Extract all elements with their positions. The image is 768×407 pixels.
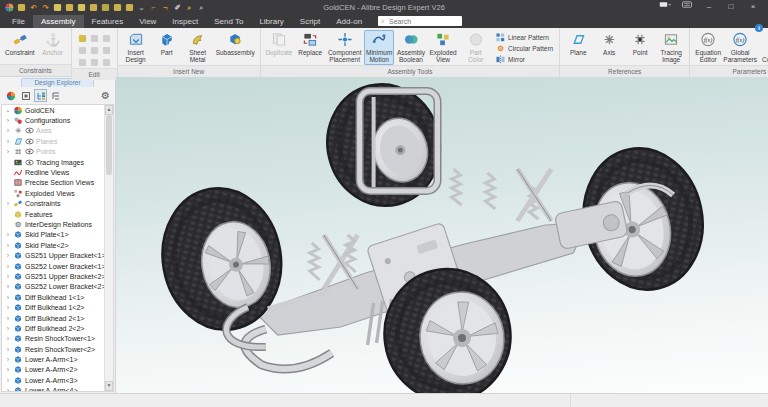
new-configuration-button[interactable]: New Configuration bbox=[757, 30, 768, 65]
expander-closed-icon[interactable]: › bbox=[5, 325, 11, 332]
expander-closed-icon[interactable]: › bbox=[5, 356, 11, 363]
menu-assembly[interactable]: Assembly bbox=[33, 15, 84, 28]
expander-closed-icon[interactable]: › bbox=[5, 304, 11, 311]
expander-closed-icon[interactable]: › bbox=[5, 346, 11, 353]
help-icon[interactable]: i bbox=[755, 24, 763, 32]
tree-item[interactable]: ›Lower A-Arm<2> bbox=[2, 365, 105, 375]
open-pack-icon[interactable] bbox=[101, 3, 110, 12]
expander-closed-icon[interactable]: › bbox=[5, 231, 11, 238]
zoom-search-icon[interactable]: ⌕ bbox=[197, 3, 206, 12]
menu-view[interactable]: View bbox=[131, 15, 164, 28]
ribbon-collapse-icon[interactable]: ^ bbox=[761, 68, 764, 75]
edit-tool-4-icon[interactable] bbox=[77, 45, 88, 56]
appearance-sphere-icon[interactable] bbox=[5, 90, 16, 101]
expander-closed-icon[interactable]: › bbox=[5, 200, 11, 207]
reference-box-icon[interactable] bbox=[20, 90, 31, 101]
menu-inspect[interactable]: Inspect bbox=[164, 15, 206, 28]
search-box[interactable]: ⌕ bbox=[378, 16, 462, 26]
constraint-button[interactable]: Constraint bbox=[3, 30, 37, 57]
tree-item[interactable]: ›Points bbox=[2, 147, 105, 157]
gear-icon[interactable]: ⚙ bbox=[101, 90, 110, 101]
tree-scrollbar[interactable]: ▲ ▼ bbox=[104, 105, 113, 391]
search-input[interactable] bbox=[387, 17, 459, 26]
expander-closed-icon[interactable]: › bbox=[5, 148, 11, 155]
assembly-boolean-button[interactable]: Assembly Boolean bbox=[395, 30, 427, 65]
eye-icon[interactable] bbox=[25, 148, 34, 155]
model-viewport[interactable] bbox=[116, 77, 768, 393]
circular-pattern-button[interactable]: ⚙Circular Pattern bbox=[496, 44, 553, 53]
eye-icon[interactable] bbox=[25, 159, 34, 166]
tree-item[interactable]: ›Resin ShockTower<1> bbox=[2, 334, 105, 344]
edit-tool-8-icon[interactable] bbox=[89, 57, 100, 68]
edit-tool-5-icon[interactable] bbox=[89, 45, 100, 56]
app-logo-icon[interactable] bbox=[5, 3, 14, 12]
expander-closed-icon[interactable]: › bbox=[5, 283, 11, 290]
open-doc-icon[interactable] bbox=[89, 3, 98, 12]
tree-view-icon[interactable] bbox=[35, 90, 46, 101]
edit-tool-7-icon[interactable] bbox=[77, 57, 88, 68]
menu-features[interactable]: Features bbox=[84, 15, 132, 28]
tree-item[interactable]: ›Skid Plate<2> bbox=[2, 240, 105, 250]
expander-closed-icon[interactable]: › bbox=[5, 315, 11, 322]
menu-add-on[interactable]: Add-on bbox=[328, 15, 370, 28]
exploded-view-button[interactable]: Exploded View bbox=[428, 30, 459, 65]
expander-open-icon[interactable]: ⌄ bbox=[5, 106, 11, 114]
menu-file[interactable]: File bbox=[4, 15, 33, 28]
expander-closed-icon[interactable]: › bbox=[5, 377, 11, 384]
edit-tool-2-icon[interactable] bbox=[89, 33, 100, 44]
new-assembly-icon[interactable] bbox=[65, 3, 74, 12]
measure-icon[interactable]: ✐ bbox=[173, 3, 182, 12]
new-part-icon[interactable] bbox=[53, 3, 62, 12]
minimum-motion-button[interactable]: Minimum Motion bbox=[364, 30, 394, 65]
menu-script[interactable]: Script bbox=[292, 15, 328, 28]
recent-dropdown-icon[interactable]: ⌄ bbox=[137, 3, 146, 12]
duplicate-button[interactable]: Duplicate bbox=[264, 30, 295, 57]
import-doc-icon[interactable] bbox=[113, 3, 122, 12]
expander-closed-icon[interactable]: › bbox=[5, 273, 11, 280]
zoom-in-icon[interactable]: ⌕ bbox=[185, 3, 194, 12]
edit-tool-3-icon[interactable] bbox=[101, 33, 112, 44]
menu-send-to[interactable]: Send To bbox=[206, 15, 251, 28]
subassembly-button[interactable]: Subassembly bbox=[214, 30, 257, 57]
minimize-button[interactable]: – bbox=[698, 0, 720, 14]
tree-item[interactable]: Features bbox=[2, 209, 105, 219]
tree-item[interactable]: ⚙InterDesign Relations bbox=[2, 219, 105, 229]
tree-item[interactable]: ›Diff Bulkhead 2<1> bbox=[2, 313, 105, 323]
point-button[interactable]: Point bbox=[625, 30, 655, 57]
insert-design-button[interactable]: Insert Design bbox=[121, 30, 151, 65]
expander-closed-icon[interactable]: › bbox=[5, 263, 11, 270]
rc-car-model[interactable] bbox=[116, 77, 768, 393]
tree-item[interactable]: ›Diff Bulkhead 1<2> bbox=[2, 302, 105, 312]
tree-item[interactable]: ›Diff Bulkhead 2<2> bbox=[2, 323, 105, 333]
part-button[interactable]: Part bbox=[152, 30, 182, 57]
part-color-button[interactable]: Part Color bbox=[459, 30, 492, 65]
expander-closed-icon[interactable]: › bbox=[5, 366, 11, 373]
expander-closed-icon[interactable]: › bbox=[5, 117, 11, 124]
anchor-button[interactable]: ⚓Anchor bbox=[38, 30, 68, 57]
tree-item[interactable]: ›✳Axes bbox=[2, 126, 105, 136]
tire-rear-left[interactable] bbox=[315, 77, 453, 218]
expander-closed-icon[interactable]: › bbox=[5, 335, 11, 342]
keyboard-icon[interactable] bbox=[676, 0, 698, 14]
expander-closed-icon[interactable]: › bbox=[5, 387, 11, 391]
tree-item[interactable]: ⌄GoldCEN bbox=[2, 105, 105, 115]
tree-item[interactable]: ›Constraints bbox=[2, 199, 105, 209]
component-placement-button[interactable]: Component Placement bbox=[326, 30, 363, 65]
edit-tool-9-icon[interactable] bbox=[101, 57, 112, 68]
maximize-button[interactable]: □ bbox=[720, 0, 742, 14]
tree-item[interactable]: ›Configurations bbox=[2, 115, 105, 125]
new-sheet-icon[interactable] bbox=[77, 3, 86, 12]
tree-item[interactable]: ›Planes bbox=[2, 136, 105, 146]
tree-item[interactable]: ›Skid Plate<1> bbox=[2, 230, 105, 240]
tree-item[interactable]: ›Lower A-Arm<4> bbox=[2, 386, 105, 391]
tree-item[interactable]: Tracing Images bbox=[2, 157, 105, 167]
tree-item[interactable]: ›Resin ShockTower<2> bbox=[2, 344, 105, 354]
close-button[interactable]: × bbox=[742, 0, 764, 14]
menu-library[interactable]: Library bbox=[251, 15, 291, 28]
tracing-image-button[interactable]: Tracing Image bbox=[656, 30, 686, 65]
mirror-button[interactable]: Mirror bbox=[496, 55, 553, 64]
axis-button[interactable]: ✳Axis bbox=[594, 30, 624, 57]
plane-button[interactable]: Plane bbox=[563, 30, 593, 57]
eye-icon[interactable] bbox=[25, 127, 34, 134]
expander-closed-icon[interactable]: › bbox=[5, 242, 11, 249]
